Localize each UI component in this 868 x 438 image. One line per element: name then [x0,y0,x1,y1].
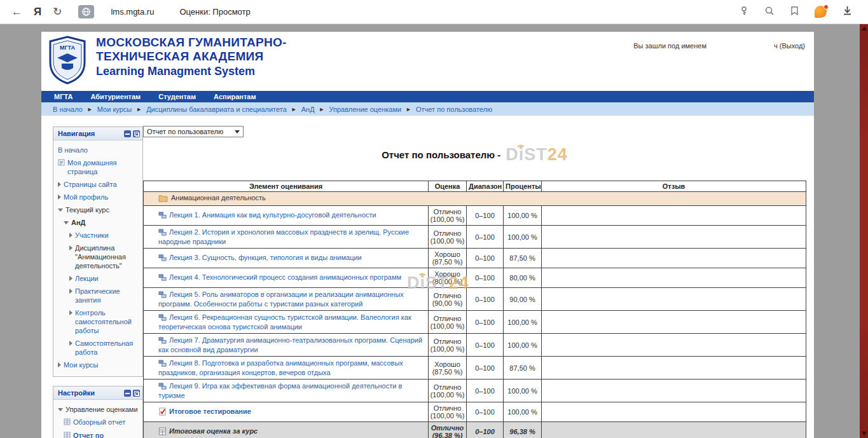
nav-item-aspirantam[interactable]: Аспирантам [214,93,256,100]
item-cell: Лекция 4. Технологический процесс создан… [144,268,429,288]
password-key-icon[interactable] [739,6,749,18]
sidebar-link-dashboard[interactable]: Моя домашняя страница [67,158,139,176]
grade-item-link[interactable]: Лекция 2. История и хронология массовых … [158,228,409,245]
feedback-cell [542,268,806,288]
item-cell: Лекция 9. Игра как эффективная форма ани… [144,380,429,402]
sidebar-link-self-control[interactable]: Контроль самостоятельной работы [75,308,139,335]
chevron-right-icon[interactable] [58,182,61,187]
breadcrumb-separator: ► [291,106,297,113]
sidebar-link-participants[interactable]: Участники [75,231,109,240]
dist24-watermark: DiST24 [506,145,568,165]
collapse-block-icon[interactable] [124,390,131,397]
logout-link[interactable]: ч (Выход) [774,42,805,50]
range-cell: 0–100 [467,268,504,288]
sidebar-link-overview-report[interactable]: Обзорный отчет [73,418,125,427]
grade-item-link[interactable]: Лекция 6. Рекреационная сущность туристс… [158,313,411,331]
item-cell: Лекция 8. Подготовка и разработка анимац… [144,357,429,380]
chevron-right-icon[interactable] [69,245,72,250]
breadcrumb-user-report[interactable]: Отчет по пользователю [416,106,492,113]
range-cell: 0–100 [467,334,504,357]
grade-item-link[interactable]: Лекция 4. Технологический процесс создан… [169,273,401,281]
range-cell: 0–100 [467,288,504,311]
breadcrumb-and[interactable]: АнД [301,106,315,113]
chevron-right-icon[interactable] [69,341,72,346]
breadcrumb-grade-admin[interactable]: Управление оценками [329,106,402,113]
scroll-up-arrow[interactable] [862,27,867,31]
back-button[interactable]: ← [11,6,22,17]
sidebar-link-my-profile[interactable]: Мой профиль [64,193,108,202]
logged-in-text: Вы зашли под именем [633,42,706,50]
item-cell: Лекция 5. Роль аниматоров в организации … [144,288,429,311]
sidebar-link-user-report[interactable]: Отчет по пользователю [73,431,139,438]
sidebar-item-my-courses: Мои курсы [55,359,141,371]
lms-subtitle: Learning Managment System [96,64,287,79]
table-row: Лекция 9. Игра как эффективная форма ани… [144,380,806,402]
nav-item-abiturientam[interactable]: Абитуриентам [90,93,141,100]
chevron-right-icon[interactable] [69,289,72,294]
bookmark-flag-icon[interactable] [790,6,799,18]
page-icon [58,159,65,168]
percent-cell: 96,38 % [504,422,542,438]
nav-item-studentam[interactable]: Студентам [158,93,196,100]
sidebar-item-site-pages: Страницы сайта [55,178,141,191]
breadcrumb-home[interactable]: В начало [53,106,83,113]
navigation-block-title: Навигация [58,130,95,137]
chevron-right-icon[interactable] [58,362,61,367]
item-cell: Итоговое тестирование [144,402,429,422]
sidebar-link-my-courses[interactable]: Мои курсы [64,360,98,369]
sidebar-link-self-work[interactable]: Самостоятельная работа [75,339,139,357]
sidebar-label-grade-admin: Управление оценками [65,405,138,414]
breadcrumb-separator: ► [319,106,325,113]
feedback-cell [542,249,806,268]
dock-block-icon[interactable] [133,130,140,137]
sidebar-link-lectures[interactable]: Лекции [75,274,99,283]
chevron-down-icon[interactable] [58,408,63,411]
nav-item-mgta[interactable]: МГТА [54,93,72,100]
search-icon[interactable] [764,6,775,18]
yandex-browser-icon[interactable]: Я [34,6,41,18]
report-type-select[interactable]: Отчет по пользователю [143,126,244,137]
address-bar-url[interactable]: lms.mgta.ru [111,7,154,17]
chevron-right-icon[interactable] [69,276,72,281]
site-favicon-globe-icon [78,5,94,18]
sidebar-link-site-pages[interactable]: Страницы сайта [64,180,117,189]
sidebar-item-and-course: АнД [55,216,141,229]
grade-cell: Отлично(100,00 %) [429,311,467,334]
collapse-block-icon[interactable] [124,130,131,137]
chevron-right-icon[interactable] [58,195,61,200]
col-header-range: Диапазон [467,181,504,192]
browser-scrollbar[interactable] [860,24,868,438]
refresh-button[interactable]: ↻ [53,6,62,17]
sidebar-link-practical[interactable]: Практические занятия [75,287,139,305]
sidebar-item-dashboard: Моя домашняя страница [55,156,141,178]
chevron-down-icon[interactable] [58,209,63,212]
notification-icon[interactable] [815,6,827,18]
chevron-down-icon[interactable] [64,221,69,224]
sidebar-item-home: В начало [55,144,141,156]
grade-item-link[interactable]: Лекция 8. Подготовка и разработка анимац… [158,359,403,376]
academy-name-line1: МОСКОВСКАЯ ГУМАНИТАРНО- [96,36,287,50]
grade-item-link[interactable]: Лекция 3. Сущность, функция, типология и… [169,254,362,261]
range-cell: 0–100 [467,422,504,438]
lesson-icon [158,213,167,221]
settings-block-title: Настройки [58,389,95,397]
sidebar-link-home[interactable]: В начало [58,146,88,154]
grade-item-link[interactable]: Лекция 5. Роль аниматоров в организации … [158,291,404,308]
grade-item-link[interactable]: Лекция 1. Анимация как вид культурно-дос… [169,211,376,219]
grade-item-link[interactable]: Лекция 7. Драматургия анимационно-театра… [158,336,422,353]
breadcrumb-disciplines[interactable]: Дисциплины бакалавриата и специалитета [146,106,287,113]
download-icon[interactable] [842,5,853,18]
lesson-icon [158,275,167,283]
grade-item-link[interactable]: Лекция 9. Игра как эффективная форма ани… [158,382,402,399]
chevron-right-icon[interactable] [69,310,72,315]
breadcrumb-my-courses[interactable]: Мои курсы [97,106,132,113]
scroll-down-arrow[interactable] [862,432,867,435]
chevron-right-icon[interactable] [69,233,72,238]
sidebar-label-current-course: Текущий курс [65,205,109,214]
dock-block-icon[interactable] [133,390,140,397]
category-cell: Анимационная деятельность [144,192,806,206]
sidebar-label-and-course[interactable]: АнД [71,218,85,227]
lesson-icon [158,292,167,300]
grade-item-link[interactable]: Итоговое тестирование [169,407,251,415]
sidebar-item-practical: Практические занятия [55,285,141,306]
